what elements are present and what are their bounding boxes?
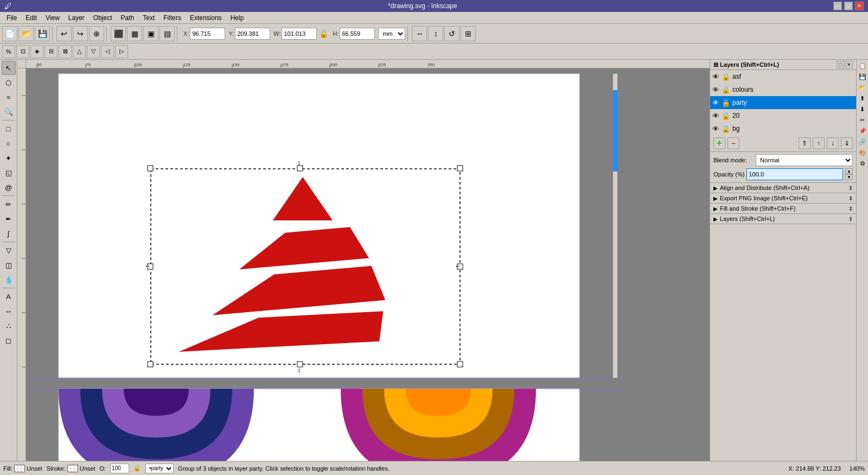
- star-tool[interactable]: ✦: [2, 151, 16, 165]
- panel-close-button[interactable]: ✕: [845, 61, 853, 68]
- layer-lock-colours[interactable]: 🔒: [722, 86, 730, 94]
- snap-btn-1[interactable]: %: [2, 45, 15, 58]
- snap-btn-3[interactable]: ◈: [30, 45, 43, 58]
- blend-mode-select[interactable]: Normal: [756, 154, 853, 166]
- menu-item-layer[interactable]: Layer: [64, 13, 89, 23]
- layer-visibility-party[interactable]: 👁: [712, 99, 719, 107]
- add-layer-button[interactable]: +: [713, 137, 725, 149]
- pen-tool[interactable]: ✒: [2, 212, 16, 226]
- calligraphy-tool[interactable]: ∫: [2, 226, 16, 240]
- snap-btn-7[interactable]: ▽: [87, 45, 100, 58]
- gradient-tool[interactable]: ◫: [2, 258, 16, 272]
- canvas-area[interactable]: 50 75 100 125 150 175 200 225 250: [17, 60, 710, 461]
- opacity-small-input[interactable]: [110, 464, 129, 473]
- align-left-button[interactable]: ⬛: [111, 26, 126, 41]
- new-button[interactable]: 📄: [2, 26, 17, 41]
- spray-tool[interactable]: ∴: [2, 319, 16, 333]
- layer-item-asf[interactable]: 👁 🔒 asf: [710, 70, 856, 83]
- unit-select[interactable]: mm: [378, 28, 405, 40]
- menu-item-edit[interactable]: Edit: [21, 13, 41, 23]
- layer-lock-asf[interactable]: 🔒: [722, 73, 730, 81]
- menu-item-text[interactable]: Text: [138, 13, 159, 23]
- bucket-tool[interactable]: ▽: [2, 243, 16, 257]
- menu-item-extensions[interactable]: Extensions: [186, 13, 226, 23]
- eraser-tool[interactable]: ◻: [2, 333, 16, 347]
- zoom-fit-button[interactable]: ⊕: [89, 26, 104, 41]
- far-right-btn-5[interactable]: ⬇: [858, 104, 867, 114]
- dropper-tool[interactable]: 💧: [2, 273, 16, 287]
- opacity-down-button[interactable]: ▼: [845, 174, 853, 180]
- far-right-btn-9[interactable]: 🎨: [858, 148, 867, 157]
- menu-item-filters[interactable]: Filters: [159, 13, 186, 23]
- menu-item-file[interactable]: File: [2, 13, 21, 23]
- fill-swatch[interactable]: [14, 465, 25, 472]
- menu-item-view[interactable]: View: [41, 13, 64, 23]
- 3dbox-tool[interactable]: ◱: [2, 166, 16, 180]
- close-button[interactable]: ✕: [855, 2, 864, 10]
- layer-to-bottom-button[interactable]: ⇓: [841, 137, 853, 149]
- rectangle-tool[interactable]: □: [2, 122, 16, 136]
- far-right-btn-3[interactable]: 📂: [858, 83, 867, 92]
- transform-btn-4[interactable]: ⊞: [461, 26, 476, 41]
- layer-visibility-bg[interactable]: 👁: [712, 125, 719, 133]
- far-right-btn-7[interactable]: 📌: [858, 126, 867, 136]
- circle-tool[interactable]: ○: [2, 136, 16, 150]
- y-input[interactable]: [235, 28, 270, 40]
- stroke-swatch[interactable]: [67, 465, 78, 472]
- layer-lock-bg[interactable]: 🔒: [722, 125, 730, 133]
- align-top-button[interactable]: ▤: [159, 26, 175, 41]
- far-right-btn-6[interactable]: ✂: [858, 115, 867, 125]
- layer-visibility-20[interactable]: 👁: [712, 112, 719, 120]
- x-input[interactable]: [190, 28, 225, 40]
- node-tool[interactable]: ⬡: [2, 75, 16, 90]
- collapse-header-1[interactable]: ▶ Export PNG Image (Shift+Ctrl+E) ⇕: [710, 193, 856, 203]
- layer-down-button[interactable]: ↓: [827, 137, 839, 149]
- align-right-button[interactable]: ▣: [143, 26, 158, 41]
- snap-btn-4[interactable]: ⊟: [44, 45, 58, 58]
- menu-item-object[interactable]: Object: [89, 13, 117, 23]
- layer-up-button[interactable]: ↑: [813, 137, 825, 149]
- menu-item-help[interactable]: Help: [226, 13, 248, 23]
- collapse-header-3[interactable]: ▶ Layers (Shift+Ctrl+L) ⇕: [710, 214, 856, 224]
- selector-tool[interactable]: ↖: [2, 61, 16, 75]
- layer-item-bg[interactable]: 👁 🔒 bg: [710, 122, 856, 135]
- layer-item-colours[interactable]: 👁 🔒 colours: [710, 83, 856, 96]
- far-right-btn-1[interactable]: 📋: [858, 61, 867, 71]
- h-input[interactable]: [340, 28, 375, 40]
- opacity-up-button[interactable]: ▲: [845, 168, 853, 174]
- align-center-button[interactable]: ▦: [127, 26, 142, 41]
- snap-btn-9[interactable]: ▷: [115, 45, 128, 58]
- layer-lock-party[interactable]: 🔒: [722, 99, 730, 107]
- connector-tool[interactable]: ↔: [2, 304, 16, 318]
- transform-btn-3[interactable]: ↺: [444, 26, 459, 41]
- transform-btn-2[interactable]: ↕: [428, 26, 443, 41]
- snap-btn-5[interactable]: ⊠: [59, 45, 72, 58]
- lock-aspect-icon[interactable]: 🔒: [318, 28, 329, 39]
- remove-layer-button[interactable]: −: [727, 137, 739, 149]
- menu-item-path[interactable]: Path: [117, 13, 139, 23]
- far-right-btn-2[interactable]: 💾: [858, 72, 867, 81]
- zoom-tool[interactable]: 🔍: [2, 105, 16, 119]
- layer-item-party[interactable]: 👁 🔒 party: [710, 96, 856, 109]
- far-right-btn-4[interactable]: ⬆: [858, 93, 867, 103]
- collapse-header-0[interactable]: ▶ Align and Distribute (Shift+Ctrl+A) ⇕: [710, 183, 856, 193]
- redo-button[interactable]: ↪: [73, 26, 88, 41]
- snap-btn-2[interactable]: ⊡: [16, 45, 29, 58]
- layer-to-top-button[interactable]: ⇑: [799, 137, 810, 149]
- layer-visibility-colours[interactable]: 👁: [712, 86, 719, 94]
- tweak-tool[interactable]: ≈: [2, 90, 16, 104]
- open-button[interactable]: 📂: [18, 26, 34, 41]
- text-tool[interactable]: A: [2, 289, 16, 303]
- opacity-input[interactable]: [746, 168, 843, 180]
- pencil-tool[interactable]: ✏: [2, 197, 16, 211]
- snap-btn-8[interactable]: ◁: [101, 45, 114, 58]
- w-input[interactable]: [282, 28, 317, 40]
- far-right-btn-10[interactable]: ⚙: [858, 159, 867, 168]
- layer-lock-20[interactable]: 🔒: [722, 112, 730, 120]
- main-canvas[interactable]: ↔ ↔ ↕ ↕: [26, 68, 710, 461]
- minimize-button[interactable]: ─: [833, 2, 842, 10]
- layer-small-select[interactable]: •party: [145, 464, 174, 473]
- save-button[interactable]: 💾: [35, 26, 50, 41]
- undo-button[interactable]: ↩: [56, 26, 72, 41]
- layer-item-20[interactable]: 👁 🔒 20: [710, 109, 856, 122]
